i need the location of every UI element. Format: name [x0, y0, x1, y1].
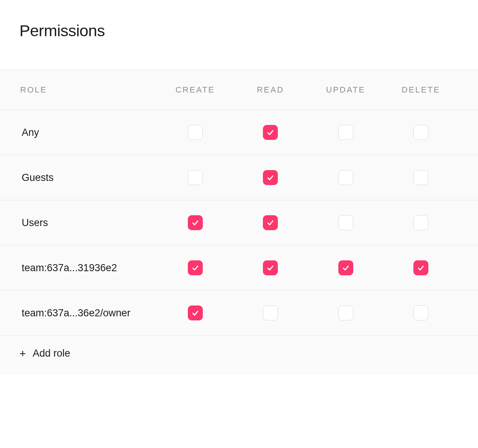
checkbox-update[interactable] — [338, 260, 353, 275]
check-icon — [266, 219, 274, 227]
permissions-table: Role Create Read Update Delete AnyGuests… — [0, 70, 478, 374]
checkbox-create[interactable] — [188, 215, 203, 230]
table-row: team:637a...36e2/owner — [0, 291, 478, 336]
column-header-role: Role — [19, 85, 158, 95]
column-header-update: Update — [308, 85, 384, 95]
check-icon — [191, 264, 199, 272]
page-title: Permissions — [19, 22, 459, 40]
checkbox-read[interactable] — [263, 215, 278, 230]
checkbox-create[interactable] — [188, 260, 203, 275]
checkbox-delete[interactable] — [413, 260, 428, 275]
table-row: Users — [0, 200, 478, 245]
checkbox-read[interactable] — [263, 260, 278, 275]
checkbox-delete[interactable] — [413, 306, 428, 320]
checkbox-delete[interactable] — [413, 170, 428, 185]
check-icon — [417, 264, 425, 272]
checkbox-read[interactable] — [263, 125, 278, 140]
role-cell: team:637a...36e2/owner — [19, 307, 158, 319]
checkbox-create[interactable] — [188, 170, 203, 185]
role-cell: team:637a...31936e2 — [19, 262, 158, 274]
checkbox-create[interactable] — [188, 306, 203, 320]
table-row: team:637a...31936e2 — [0, 245, 478, 291]
checkbox-update[interactable] — [338, 170, 353, 185]
check-icon — [266, 173, 274, 182]
column-header-read: Read — [233, 85, 308, 95]
role-cell: Guests — [19, 172, 158, 184]
check-icon — [191, 219, 199, 227]
page-header: Permissions — [0, 0, 478, 70]
add-role-label: Add role — [33, 348, 71, 359]
checkbox-read[interactable] — [263, 170, 278, 185]
checkbox-read[interactable] — [263, 306, 278, 320]
column-header-create: Create — [158, 85, 233, 95]
table-row: Any — [0, 110, 478, 155]
table-header-row: Role Create Read Update Delete — [0, 70, 478, 110]
check-icon — [191, 309, 199, 317]
checkbox-create[interactable] — [188, 125, 203, 140]
checkbox-update[interactable] — [338, 125, 353, 140]
checkbox-delete[interactable] — [413, 125, 428, 140]
table-row: Guests — [0, 155, 478, 200]
checkbox-update[interactable] — [338, 306, 353, 320]
plus-icon: + — [19, 348, 26, 359]
check-icon — [342, 264, 350, 272]
checkbox-update[interactable] — [338, 215, 353, 230]
role-cell: Users — [19, 217, 158, 229]
checkbox-delete[interactable] — [413, 215, 428, 230]
role-cell: Any — [19, 127, 158, 138]
check-icon — [266, 128, 274, 137]
check-icon — [266, 264, 274, 272]
add-role-button[interactable]: + Add role — [0, 336, 478, 359]
column-header-delete: Delete — [384, 85, 459, 95]
